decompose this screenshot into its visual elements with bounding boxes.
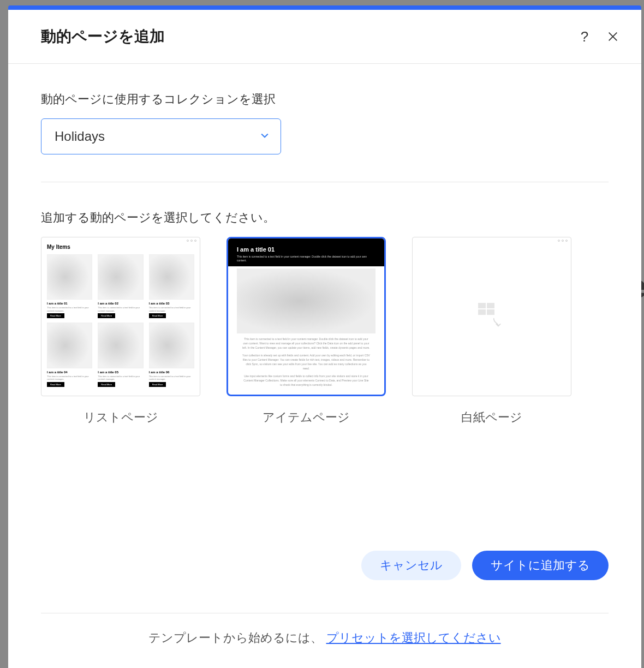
footer-divider <box>41 613 609 613</box>
help-icon[interactable]: ? <box>578 30 591 43</box>
item-preview-title: I am a title 01 <box>237 246 375 253</box>
footer-hint-text: テンプレートから始めるには、 <box>148 631 323 645</box>
card-item-label: アイテムページ <box>263 409 350 426</box>
card-list-page[interactable]: My Items I am a title 01This item is con… <box>41 237 200 426</box>
modal-accent-bar <box>8 5 641 10</box>
collection-select-label: 動的ページに使用するコレクションを選択 <box>41 91 609 108</box>
preview-chrome-dots <box>558 240 568 242</box>
preset-link[interactable]: プリセットを選択してください <box>326 631 501 645</box>
cancel-button[interactable]: キャンセル <box>361 551 461 580</box>
preview-chrome-dots <box>187 240 196 242</box>
blank-page-icon <box>478 303 505 330</box>
page-type-label: 追加する動的ページを選択してください。 <box>41 210 609 226</box>
list-preview-heading: My Items <box>47 244 194 250</box>
modal-title: 動的ページを追加 <box>41 26 165 47</box>
footer-hint: テンプレートから始めるには、 プリセットを選択してください <box>41 630 609 646</box>
card-list-label: リストページ <box>84 409 158 426</box>
card-blank-page[interactable]: 白紙ページ <box>412 237 571 426</box>
item-preview-body: This item is connected to a text field i… <box>228 329 384 395</box>
collection-select-value: Holidays <box>55 129 105 144</box>
item-preview-subtitle: This item is connected to a text field i… <box>237 255 375 262</box>
section-divider <box>41 182 609 182</box>
collection-select[interactable]: Holidays <box>41 118 281 154</box>
card-item-page[interactable]: I am a title 01 This item is connected t… <box>226 237 386 426</box>
item-preview-image <box>237 269 375 333</box>
list-preview-grid: I am a title 01This item is connected to… <box>47 254 194 387</box>
backdrop-business-name: Business Name <box>44 0 158 1</box>
add-dynamic-page-modal: 動的ページを追加 ? 動的ページに使用するコレクションを選択 Holidays … <box>8 10 641 668</box>
card-blank-label: 白紙ページ <box>461 409 522 426</box>
close-icon[interactable] <box>606 30 619 43</box>
add-to-site-button[interactable]: サイトに追加する <box>472 551 609 580</box>
modal-header: 動的ページを追加 ? <box>8 10 641 64</box>
